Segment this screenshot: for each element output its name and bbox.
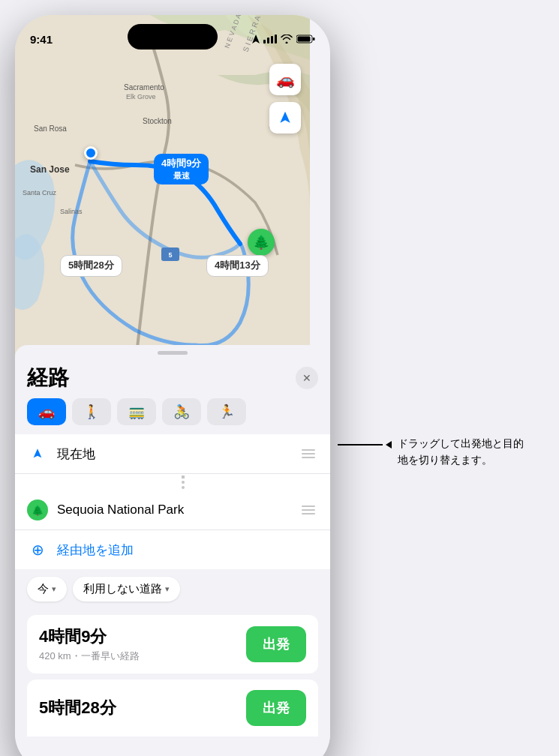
route-label-alt2[interactable]: 4時間13分 xyxy=(206,255,269,277)
route-result-1[interactable]: 4時間9分 420 km・一番早い経路 出発 xyxy=(27,615,318,674)
location-arrow-icon xyxy=(278,110,293,125)
svg-text:Sacramento: Sacramento xyxy=(124,83,164,92)
route-time-1: 4時間9分 xyxy=(39,626,140,648)
transport-tab-car[interactable]: 🚗 xyxy=(27,398,66,425)
annotation-line xyxy=(338,444,383,446)
waypoint-row-current[interactable]: 現在地 xyxy=(15,434,330,474)
svg-rect-5 xyxy=(313,38,315,40)
svg-text:San Jose: San Jose xyxy=(30,164,70,175)
svg-text:Salinas: Salinas xyxy=(60,208,83,215)
transport-tab-transit[interactable]: 🚃 xyxy=(117,398,156,425)
svg-text:Santa Cruz: Santa Cruz xyxy=(23,189,57,196)
map-area[interactable]: 5 San Rosa Sacramento Elk Grove Stockton… xyxy=(15,15,310,368)
annotation-arrowhead xyxy=(386,441,392,448)
route-label-alt1[interactable]: 5時間28分 xyxy=(60,255,122,277)
svg-rect-2 xyxy=(271,36,273,44)
my-location-button[interactable] xyxy=(269,102,301,134)
navigation-icon xyxy=(32,448,44,460)
route-info-2: 5時間28分 xyxy=(39,697,116,719)
location-icon xyxy=(252,34,260,44)
destination-icon: 🌲 xyxy=(27,500,48,520)
vehicle-mode-button[interactable]: 🚗 xyxy=(269,64,301,95)
status-icons xyxy=(252,34,315,44)
time-chevron-icon: ▾ xyxy=(52,584,56,594)
drag-handle-current[interactable] xyxy=(299,446,318,461)
annotation-text: ドラッグして出発地と目的地を切り替えます。 xyxy=(398,435,533,469)
transport-tab-bike[interactable]: 🚴 xyxy=(162,398,201,425)
options-row: 今 ▾ 利用しない道路 ▾ xyxy=(15,569,330,609)
route-label-fastest[interactable]: 4時間9分 最速 xyxy=(154,154,209,184)
svg-text:San Rosa: San Rosa xyxy=(34,124,67,133)
close-button[interactable]: ✕ xyxy=(296,367,318,389)
svg-text:5: 5 xyxy=(168,251,172,259)
transport-tab-run[interactable]: 🏃 xyxy=(207,398,246,425)
waypoint-row-dest[interactable]: 🌲 Sequoia National Park xyxy=(15,490,330,530)
bottom-sheet: 経路 ✕ 🚗 🚶 🚃 🚴 🏃 xyxy=(15,345,330,756)
road-option-label: 利用しない道路 xyxy=(83,582,162,596)
transport-tab-walk[interactable]: 🚶 xyxy=(72,398,111,425)
annotation: ドラッグして出発地と目的地を切り替えます。 xyxy=(338,435,559,469)
wifi-icon xyxy=(281,34,293,44)
waypoints-container: 現在地 🌲 Sequoia National Park xyxy=(15,434,330,569)
status-time: 9:41 xyxy=(30,33,53,46)
go-button-2[interactable]: 出発 xyxy=(246,690,306,726)
svg-rect-1 xyxy=(267,38,269,44)
time-option-label: 今 xyxy=(38,582,49,596)
svg-rect-3 xyxy=(275,34,277,44)
sheet-header: 経路 ✕ xyxy=(15,355,330,398)
waypoint-row-add-via[interactable]: ⊕ 経由地を追加 xyxy=(15,530,330,569)
svg-text:Stockton: Stockton xyxy=(143,117,172,125)
time-option[interactable]: 今 ▾ xyxy=(27,577,67,602)
road-chevron-icon: ▾ xyxy=(165,584,170,594)
transport-tabs: 🚗 🚶 🚃 🚴 🏃 xyxy=(15,398,330,434)
go-button-1[interactable]: 出発 xyxy=(246,626,306,662)
add-via-text: 経由地を追加 xyxy=(57,542,318,559)
svg-rect-0 xyxy=(263,40,266,44)
route-result-2[interactable]: 5時間28分 出発 xyxy=(27,680,318,736)
destination-pin: 🌲 xyxy=(248,229,275,256)
route-detail-1: 420 km・一番早い経路 xyxy=(39,650,140,663)
svg-rect-6 xyxy=(298,37,311,42)
route-info-1: 4時間9分 420 km・一番早い経路 xyxy=(39,626,140,663)
current-location-dot xyxy=(84,146,98,160)
svg-rect-7 xyxy=(15,15,310,368)
battery-icon xyxy=(296,34,315,44)
route-time-2: 5時間28分 xyxy=(39,697,116,719)
drag-handle-dest[interactable] xyxy=(299,502,318,518)
sheet-title: 経路 xyxy=(27,364,69,392)
dynamic-island xyxy=(128,24,218,50)
current-location-text: 現在地 xyxy=(57,446,290,463)
map-svg: 5 San Rosa Sacramento Elk Grove Stockton… xyxy=(15,15,310,368)
current-location-icon xyxy=(27,443,48,464)
map-button-group: 🚗 xyxy=(269,64,301,134)
destination-text: Sequoia National Park xyxy=(57,502,290,518)
svg-text:Elk Grove: Elk Grove xyxy=(126,93,156,100)
road-option[interactable]: 利用しない道路 ▾ xyxy=(73,577,180,602)
add-via-icon: ⊕ xyxy=(27,539,48,560)
signal-icon xyxy=(263,34,277,44)
